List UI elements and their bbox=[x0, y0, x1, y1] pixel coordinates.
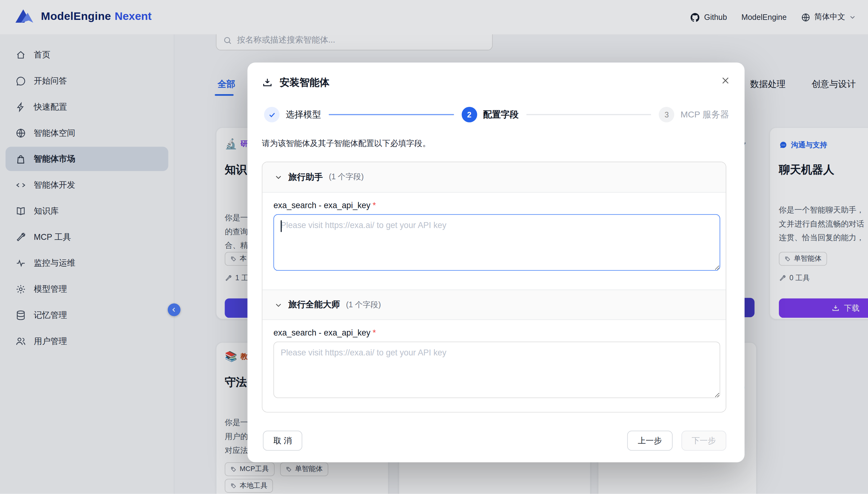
chevron-down-icon bbox=[275, 301, 283, 308]
field-name: exa_search - exa_api_key bbox=[273, 328, 370, 337]
step-active-circle: 2 bbox=[461, 107, 477, 122]
required-mark: * bbox=[372, 201, 375, 210]
close-icon bbox=[721, 76, 730, 85]
step-mcp-server[interactable]: 3 MCP 服务器 bbox=[659, 107, 729, 122]
step-pending-circle: 3 bbox=[659, 107, 674, 122]
step-label: MCP 服务器 bbox=[680, 109, 729, 120]
accordion-title: 旅行全能大师 bbox=[288, 299, 340, 310]
check-icon bbox=[268, 110, 276, 119]
cancel-button[interactable]: 取 消 bbox=[263, 431, 302, 451]
config-fields-panel: 旅行助手 (1 个字段) exa_search - exa_api_key * … bbox=[262, 162, 726, 412]
text-cursor bbox=[281, 220, 282, 232]
step-done-circle bbox=[264, 107, 279, 122]
accordion-body: exa_search - exa_api_key * bbox=[263, 193, 726, 289]
api-key-textarea-travel-master[interactable] bbox=[273, 341, 720, 398]
accordion-header-travel-assistant[interactable]: 旅行助手 (1 个字段) bbox=[263, 162, 726, 193]
accordion-field-count: (1 个字段) bbox=[329, 172, 364, 182]
api-key-textarea-travel-assistant[interactable] bbox=[273, 214, 720, 271]
modal-description: 请为该智能体及其子智能体配置以下必填字段。 bbox=[262, 138, 430, 149]
install-agent-modal: 安装智能体 选择模型 2 配置字段 3 MCP 服务器 请为该智 bbox=[248, 62, 745, 462]
accordion-field-count: (1 个字段) bbox=[346, 300, 381, 310]
accordion-title: 旅行助手 bbox=[288, 171, 323, 183]
modal-title: 安装智能体 bbox=[279, 76, 329, 89]
step-connector bbox=[526, 114, 651, 115]
field-label: exa_search - exa_api_key * bbox=[273, 201, 720, 210]
next-step-button[interactable]: 下一步 bbox=[681, 431, 726, 451]
modal-header: 安装智能体 bbox=[262, 76, 329, 89]
previous-step-button[interactable]: 上一步 bbox=[627, 431, 672, 451]
required-mark: * bbox=[372, 328, 375, 337]
step-select-model[interactable]: 选择模型 bbox=[264, 107, 321, 122]
download-icon bbox=[262, 77, 273, 88]
app-viewport: ModelEngine Nexent Github ModelEngine 简体… bbox=[0, 0, 868, 494]
field-name: exa_search - exa_api_key bbox=[273, 201, 370, 210]
steps-bar: 选择模型 2 配置字段 3 MCP 服务器 bbox=[264, 107, 729, 122]
chevron-down-icon bbox=[275, 173, 283, 181]
modal-close-button[interactable] bbox=[721, 76, 730, 85]
step-connector bbox=[329, 114, 454, 115]
step-configure-fields[interactable]: 2 配置字段 bbox=[461, 107, 519, 122]
accordion-body: exa_search - exa_api_key * bbox=[263, 320, 726, 413]
step-label: 选择模型 bbox=[286, 109, 321, 120]
accordion-header-travel-master[interactable]: 旅行全能大师 (1 个字段) bbox=[263, 289, 726, 320]
field-label: exa_search - exa_api_key * bbox=[273, 328, 720, 337]
step-label: 配置字段 bbox=[483, 109, 519, 120]
